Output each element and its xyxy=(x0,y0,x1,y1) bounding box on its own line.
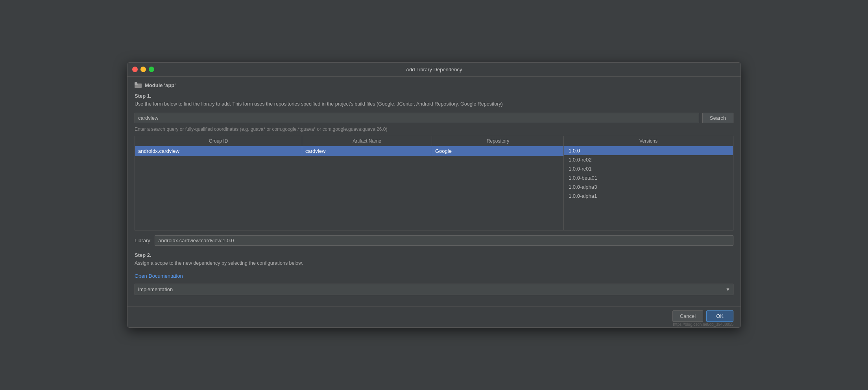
search-row: Search xyxy=(135,113,733,123)
library-value-field[interactable] xyxy=(155,235,733,246)
step2-description: Assign a scope to the new dependency by … xyxy=(135,260,733,267)
library-row: Library: xyxy=(135,235,733,246)
results-container: Group ID Artifact Name Repository androi… xyxy=(135,136,733,230)
version-item[interactable]: 1.0.0-alpha1 xyxy=(564,191,733,201)
ok-button[interactable]: OK xyxy=(706,310,733,322)
cell-group-id: androidx.cardview xyxy=(135,146,302,156)
col-headers-left: Group ID Artifact Name Repository xyxy=(135,136,563,146)
search-hint: Enter a search query or fully-qualified … xyxy=(135,126,733,132)
version-item[interactable]: 1.0.0-beta01 xyxy=(564,173,733,182)
col-headers-right: Versions xyxy=(564,136,733,146)
module-label: Module 'app' xyxy=(145,82,175,88)
col-header-versions: Versions xyxy=(564,136,733,146)
open-docs-link[interactable]: Open Documentation xyxy=(135,273,183,279)
add-library-dialog: Add Library Dependency Module 'app' Step… xyxy=(127,62,741,328)
step1-description: Use the form below to find the library t… xyxy=(135,100,733,108)
dialog-title: Add Library Dependency xyxy=(406,67,462,72)
step2-section: Step 2. Assign a scope to the new depend… xyxy=(135,252,733,295)
search-input[interactable] xyxy=(135,113,699,123)
dialog-body: Module 'app' Step 1. Use the form below … xyxy=(127,77,741,306)
dialog-footer: Cancel OK https://blog.csdn.net/qq_39438… xyxy=(127,306,741,327)
scope-select-wrapper: implementation api testImplementation an… xyxy=(135,284,733,295)
col-header-group-id: Group ID xyxy=(135,136,302,146)
version-item[interactable]: 1.0.0-rc01 xyxy=(564,164,733,173)
results-right: Versions 1.0.0 1.0.0-rc02 1.0.0-rc01 1.0… xyxy=(564,136,733,230)
minimize-button[interactable] xyxy=(140,67,146,72)
scope-select[interactable]: implementation api testImplementation an… xyxy=(135,284,733,295)
close-button[interactable] xyxy=(132,67,138,72)
svg-rect-2 xyxy=(135,82,137,84)
folder-icon xyxy=(135,82,142,88)
watermark: https://blog.csdn.net/qq_39438055 xyxy=(673,322,733,327)
cell-artifact: cardview xyxy=(302,146,432,156)
step2-heading: Step 2. xyxy=(135,252,733,258)
window-controls xyxy=(132,67,154,72)
version-item[interactable]: 1.0.0-rc02 xyxy=(564,155,733,164)
results-empty-area xyxy=(135,156,563,230)
table-row[interactable]: androidx.cardview cardview Google xyxy=(135,146,563,156)
cancel-button[interactable]: Cancel xyxy=(672,310,703,322)
version-list: 1.0.0 1.0.0-rc02 1.0.0-rc01 1.0.0-beta01… xyxy=(564,146,733,201)
step1-section: Step 1. Use the form below to find the l… xyxy=(135,93,733,246)
maximize-button[interactable] xyxy=(149,67,154,72)
library-label: Library: xyxy=(135,238,151,243)
cell-repo: Google xyxy=(432,146,564,156)
module-header: Module 'app' xyxy=(135,82,733,88)
version-item[interactable]: 1.0.0 xyxy=(564,146,733,155)
version-item[interactable]: 1.0.0-alpha3 xyxy=(564,182,733,191)
title-bar: Add Library Dependency xyxy=(127,63,741,77)
results-left: Group ID Artifact Name Repository androi… xyxy=(135,136,564,230)
col-header-repo: Repository xyxy=(432,136,564,146)
step1-heading: Step 1. xyxy=(135,93,733,99)
col-header-artifact: Artifact Name xyxy=(302,136,432,146)
search-button[interactable]: Search xyxy=(702,113,733,123)
